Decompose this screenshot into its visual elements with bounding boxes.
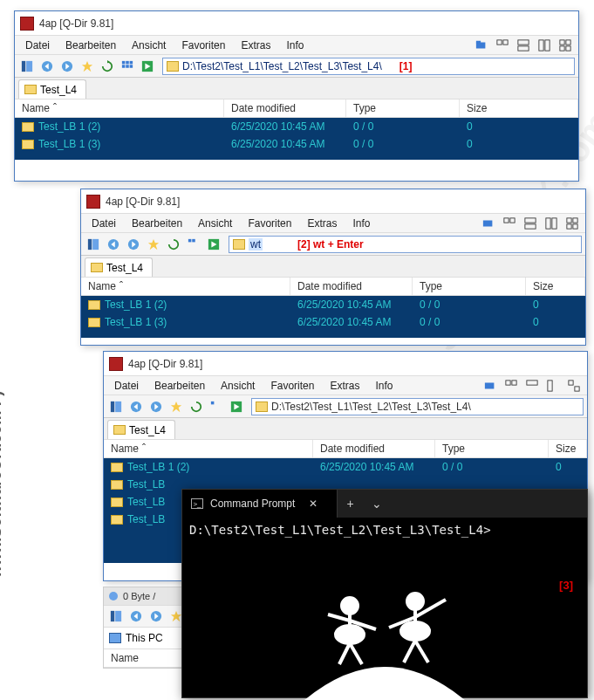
back-icon[interactable] <box>127 607 145 625</box>
close-tab-icon[interactable]: ✕ <box>302 498 324 510</box>
view-mode-icon[interactable] <box>119 58 136 75</box>
layout-2-icon[interactable] <box>522 216 538 230</box>
forward-icon[interactable] <box>147 398 165 415</box>
menu-datei[interactable]: Datei <box>18 38 57 53</box>
col-date[interactable]: Date modified <box>290 278 413 295</box>
layout-4-icon[interactable] <box>566 379 582 393</box>
favorites-icon[interactable] <box>167 398 185 415</box>
col-name[interactable]: Name ˆ <box>81 278 290 295</box>
menu-datei[interactable]: Datei <box>85 216 123 231</box>
back-icon[interactable] <box>105 236 122 253</box>
layout-4-icon[interactable] <box>564 216 580 230</box>
layout-1-icon[interactable] <box>495 38 510 52</box>
menu-info[interactable]: Info <box>279 38 311 53</box>
col-size[interactable]: Size <box>526 278 585 295</box>
address-bar[interactable]: D:\Test2\Test_L1\Test_L2\Test_L3\Test_L4… <box>162 58 575 75</box>
refresh-icon[interactable] <box>165 236 182 253</box>
col-size[interactable]: Size <box>549 440 587 457</box>
terminal-body[interactable]: D:\Test2\Test_L1\Test_L2\Test_L3\Test_L4… <box>182 518 587 697</box>
layout-3-icon[interactable] <box>545 379 561 393</box>
terminal-tab[interactable]: >_ Command Prompt ✕ <box>182 490 338 518</box>
table-row[interactable]: Test_LB 1 (3) 6/25/2020 10:45 AM 0 / 0 0 <box>81 313 585 331</box>
go-icon[interactable] <box>139 58 156 75</box>
menu-bearbeiten[interactable]: Bearbeiten <box>147 378 212 394</box>
tree-icon[interactable] <box>107 607 125 625</box>
terminal-titlebar[interactable]: >_ Command Prompt ✕ + ⌄ <box>182 490 587 518</box>
table-row[interactable]: Test_LB 1 (2) 6/25/2020 10:45 AM 0 / 0 0 <box>81 296 585 313</box>
folder-icon <box>111 463 123 472</box>
menu-favoriten[interactable]: Favoriten <box>241 216 298 231</box>
folder-options-icon[interactable] <box>481 216 496 230</box>
refresh-icon[interactable] <box>188 398 205 415</box>
menu-ansicht[interactable]: Ansicht <box>125 38 173 53</box>
tab-label: Test_L4 <box>40 84 77 96</box>
svg-rect-29 <box>552 217 556 228</box>
svg-rect-4 <box>518 39 529 44</box>
col-date[interactable]: Date modified <box>313 440 435 457</box>
layout-3-icon[interactable] <box>536 38 552 52</box>
col-name[interactable]: Name ˆ <box>15 100 224 117</box>
menu-ansicht[interactable]: Ansicht <box>191 216 239 231</box>
layout-2-icon[interactable] <box>515 38 531 52</box>
menu-favoriten[interactable]: Favoriten <box>263 378 321 394</box>
col-type[interactable]: Type <box>346 100 460 117</box>
tab-test-l4[interactable]: Test_L4 <box>85 257 153 277</box>
tab-test-l4[interactable]: Test_L4 <box>107 420 175 439</box>
menu-datei[interactable]: Datei <box>107 378 146 394</box>
new-tab-button[interactable]: + <box>338 497 362 511</box>
menu-info[interactable]: Info <box>345 216 377 231</box>
layout-1-icon[interactable] <box>502 216 517 230</box>
menu-extras[interactable]: Extras <box>300 216 344 231</box>
forward-icon[interactable] <box>58 58 76 75</box>
go-icon[interactable] <box>205 236 222 253</box>
svg-rect-26 <box>525 217 536 222</box>
view-mode-icon[interactable] <box>208 398 225 415</box>
titlebar[interactable]: 4ap [Q-Dir 9.81] <box>104 352 587 376</box>
layout-4-icon[interactable] <box>557 38 573 52</box>
menu-info[interactable]: Info <box>368 378 399 394</box>
col-name[interactable]: Name ˆ <box>104 440 313 457</box>
col-size[interactable]: Size <box>460 100 578 117</box>
menu-extras[interactable]: Extras <box>323 378 366 394</box>
menu-bearbeiten[interactable]: Bearbeiten <box>125 216 189 231</box>
refresh-icon[interactable] <box>99 58 116 75</box>
tree-icon[interactable] <box>107 398 125 415</box>
menu-ansicht[interactable]: Ansicht <box>214 378 262 394</box>
svg-rect-28 <box>546 217 550 228</box>
titlebar[interactable]: 4ap [Q-Dir 9.81] <box>81 189 585 214</box>
layout-2-icon[interactable] <box>524 379 540 393</box>
tab-dropdown-icon[interactable]: ⌄ <box>363 497 391 511</box>
tab-bar: Test_L4 <box>15 78 578 99</box>
tab-bar: Test_L4 <box>104 418 587 439</box>
col-type[interactable]: Type <box>413 278 526 295</box>
address-bar[interactable]: wt [2] wt + Enter <box>229 236 582 253</box>
view-mode-icon[interactable] <box>185 236 202 253</box>
forward-icon[interactable] <box>147 607 165 625</box>
go-icon[interactable] <box>228 398 245 415</box>
table-row[interactable]: Test_LB 1 (3) 6/25/2020 10:45 AM 0 / 0 0 <box>15 135 578 153</box>
svg-rect-8 <box>560 39 564 44</box>
favorites-icon[interactable] <box>79 58 96 75</box>
menu-favoriten[interactable]: Favoriten <box>174 38 232 53</box>
col-date[interactable]: Date modified <box>224 100 346 117</box>
tree-icon[interactable] <box>18 58 36 75</box>
folder-icon <box>88 318 100 327</box>
col-type[interactable]: Type <box>435 440 549 457</box>
tree-icon[interactable] <box>85 236 102 253</box>
address-bar[interactable]: D:\Test2\Test_L1\Test_L2\Test_L3\Test_L4… <box>251 398 584 415</box>
table-row[interactable]: Test_LB 1 (2) 6/25/2020 10:45 AM 0 / 0 0 <box>104 458 587 476</box>
folder-options-icon[interactable] <box>482 379 498 393</box>
table-row[interactable]: Test_LB 1 (2) 6/25/2020 10:45 AM 0 / 0 0 <box>15 118 578 135</box>
layout-1-icon[interactable] <box>503 379 519 393</box>
menu-bearbeiten[interactable]: Bearbeiten <box>58 38 123 53</box>
forward-icon[interactable] <box>125 236 142 253</box>
tab-test-l4[interactable]: Test_L4 <box>18 79 86 99</box>
back-icon[interactable] <box>38 58 56 75</box>
folder-options-icon[interactable] <box>474 38 489 52</box>
folder-icon <box>22 122 34 132</box>
favorites-icon[interactable] <box>145 236 162 253</box>
menu-extras[interactable]: Extras <box>234 38 277 53</box>
back-icon[interactable] <box>127 398 145 415</box>
titlebar[interactable]: 4ap [Q-Dir 9.81] <box>15 11 578 36</box>
layout-3-icon[interactable] <box>543 216 559 230</box>
